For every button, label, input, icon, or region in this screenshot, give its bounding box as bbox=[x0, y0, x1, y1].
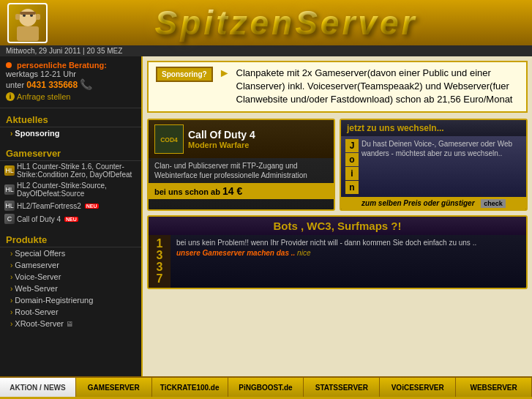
bots-num-3a: 3 bbox=[157, 250, 163, 261]
contact-title: persoenliche Beratung: bbox=[17, 61, 107, 70]
contact-hours: werktags 12-21 Uhr bbox=[6, 70, 135, 78]
sponsoring-badge[interactable]: Sponsoring? bbox=[156, 67, 213, 82]
switch-header: jetzt zu uns wechseln... bbox=[341, 120, 526, 136]
svg-rect-6 bbox=[36, 14, 40, 20]
hl1-icon: HL bbox=[4, 165, 15, 176]
switch-join-area: J o i n Du hast Deinen Voice-, Gameserve… bbox=[341, 136, 526, 197]
cod-subtitle: Modern Warfare bbox=[188, 141, 255, 149]
cod-logo: COD4 bbox=[154, 124, 184, 154]
svg-rect-5 bbox=[15, 14, 20, 20]
sidebar-item-special-offers[interactable]: › Special Offers bbox=[0, 247, 141, 259]
tab-gameserver[interactable]: GAMESERVER bbox=[76, 378, 152, 397]
bots-panel: Bots , WC3, Surfmaps ?! 1 3 3 7 bei uns … bbox=[147, 215, 528, 289]
bots-numbers: 1 3 3 7 bbox=[149, 235, 171, 288]
contact-section: persoenliche Beratung: werktags 12-21 Uh… bbox=[0, 56, 141, 108]
cod-title: Call Of Duty 4 bbox=[188, 129, 255, 141]
arrow-icon: › bbox=[10, 320, 12, 328]
gameserver-section: Gameserver HL HL1 Counter-Strike 1.6, Co… bbox=[0, 142, 141, 228]
switch-price-bar: zum selben Preis oder günstiger check bbox=[341, 197, 526, 209]
site-title: SpitzenServer bbox=[48, 3, 525, 42]
switch-title: jetzt zu uns wechseln... bbox=[347, 123, 520, 133]
join-j: J bbox=[345, 139, 359, 152]
produkte-section: Produkte › Special Offers › Gameserver ›… bbox=[0, 228, 141, 332]
promo-bar: Sponsoring? ► Clanpakete mit 2x Gameserv… bbox=[147, 61, 528, 113]
bots-num-3b: 3 bbox=[157, 261, 163, 273]
logo-avatar bbox=[7, 3, 48, 43]
svg-rect-4 bbox=[20, 12, 36, 15]
bots-header: Bots , WC3, Surfmaps ?! bbox=[149, 217, 526, 235]
cod-panel: COD4 Call Of Duty 4 Modern Warfare Clan-… bbox=[147, 119, 335, 211]
tab-aktion-news[interactable]: AKTiON / NEWS bbox=[0, 378, 76, 397]
info-icon: i bbox=[6, 92, 15, 101]
header: SpitzenServer bbox=[0, 0, 532, 45]
sidebar-item-sponsoring[interactable]: › Sponsoring bbox=[0, 127, 141, 139]
promo-text: Clanpakete mit 2x Gameserver(davon einer… bbox=[236, 67, 519, 107]
sidebar-item-voice-server[interactable]: › Voice-Server bbox=[0, 271, 141, 283]
bots-num-7: 7 bbox=[157, 273, 163, 285]
join-o: o bbox=[345, 153, 359, 166]
bots-title: Bots , WC3, Surfmaps ?! bbox=[156, 220, 519, 232]
sidebar-item-hl2[interactable]: HL HL2 Counter-Strike:Source, DayOfDefea… bbox=[0, 180, 141, 199]
tf2-icon: HL bbox=[4, 201, 15, 211]
arrow-icon: › bbox=[10, 273, 12, 281]
produkte-heading: Produkte bbox=[0, 231, 141, 247]
bots-body: 1 3 3 7 bei uns kein Problem!! wenn Ihr … bbox=[149, 235, 526, 288]
sidebar-item-tf2[interactable]: HL HL2/TeamFortress2 NEU bbox=[0, 199, 141, 212]
aktuelles-heading: Aktuelles bbox=[0, 111, 141, 127]
sidebar-item-xroot-server[interactable]: › XRoot-Server 🖥 bbox=[0, 318, 141, 329]
phone-icon: 📞 bbox=[80, 78, 92, 90]
bots-tagline: unsere Gameserver machen das .. bbox=[176, 249, 295, 257]
join-n: n bbox=[345, 181, 359, 194]
xroot-icon: 🖥 bbox=[66, 320, 73, 328]
join-i: i bbox=[345, 167, 359, 180]
status-dot bbox=[6, 62, 12, 68]
panels-row: COD4 Call Of Duty 4 Modern Warfare Clan-… bbox=[147, 119, 528, 211]
switch-desc: Du hast Deinen Voice-, Gameserver oder W… bbox=[361, 139, 522, 194]
tab-voiceserver[interactable]: VOiCESERVER bbox=[380, 378, 456, 397]
arrow-icon: › bbox=[10, 285, 12, 293]
tab-webserver[interactable]: WEBSERVER bbox=[456, 378, 532, 397]
bots-desc: bei uns kein Problem!! wenn Ihr Provider… bbox=[171, 235, 526, 288]
cod-panel-header: COD4 Call Of Duty 4 Modern Warfare bbox=[149, 120, 334, 158]
sidebar-item-gameserver[interactable]: › Gameserver bbox=[0, 259, 141, 271]
switch-panel: jetzt zu uns wechseln... J o i n Du hast… bbox=[340, 119, 528, 211]
contact-link[interactable]: i Anfrage stellen bbox=[6, 90, 135, 103]
aktuelles-section: Aktuelles › Sponsoring bbox=[0, 108, 141, 142]
promo-arrow-icon: ► bbox=[219, 67, 231, 80]
content-area: Sponsoring? ► Clanpakete mit 2x Gameserv… bbox=[143, 56, 532, 376]
bots-num-1: 1 bbox=[157, 238, 163, 250]
cod4-icon: C bbox=[4, 214, 15, 224]
svg-text:COD4: COD4 bbox=[160, 135, 178, 143]
tab-pingboost[interactable]: PiNGBOOST.de bbox=[228, 378, 304, 397]
date-bar: Mittwoch, 29 Juni 2011 | 20 35 MEZ bbox=[0, 45, 532, 56]
svg-point-0 bbox=[19, 9, 37, 26]
arrow-icon: › bbox=[10, 308, 12, 316]
bots-title-span: Bots , WC3, Surfmaps ?! bbox=[273, 220, 401, 232]
tab-tickrate[interactable]: TiCKRATE100.de bbox=[152, 378, 228, 397]
tab-statsserver[interactable]: STATSSERVER bbox=[304, 378, 380, 397]
site-title-text: SpitzenServer bbox=[155, 4, 418, 42]
arrow-icon: › bbox=[10, 297, 12, 305]
arrow-icon: › bbox=[10, 250, 12, 258]
hl2-icon: HL bbox=[4, 184, 15, 195]
cod-titles: Call Of Duty 4 Modern Warfare bbox=[188, 129, 255, 149]
new-badge-cod4: NEU bbox=[64, 217, 78, 222]
bottom-tabs: AKTiON / NEWS GAMESERVER TiCKRATE100.de … bbox=[0, 376, 532, 397]
date-text: Mittwoch, 29 Juni 2011 | 20 35 MEZ bbox=[6, 47, 122, 55]
sidebar-item-cod4[interactable]: C Call of Duty 4 NEU bbox=[0, 212, 141, 225]
sidebar-item-root-server[interactable]: › Root-Server bbox=[0, 306, 141, 318]
cod-desc: Clan- und Publicserver mit FTP-Zugang un… bbox=[149, 158, 334, 183]
cod-price-bar: bei uns schon ab 14 € bbox=[149, 183, 334, 199]
arrow-icon: › bbox=[10, 261, 12, 269]
contact-phone: 0431 335668 bbox=[26, 80, 78, 90]
sidebar-item-web-server[interactable]: › Web-Server bbox=[0, 283, 141, 294]
gameserver-heading: Gameserver bbox=[0, 145, 141, 161]
join-letters: J o i n bbox=[345, 139, 359, 194]
contact-under: unter 0431 335668 📞 bbox=[6, 78, 135, 90]
bots-nice: nice bbox=[297, 249, 310, 257]
sidebar-item-hl1[interactable]: HL HL1 Counter-Strike 1.6, Counter-Strik… bbox=[0, 161, 141, 180]
arrow-icon: › bbox=[10, 130, 12, 138]
new-badge-tf2: NEU bbox=[85, 204, 99, 209]
svg-rect-1 bbox=[17, 26, 39, 41]
sidebar-item-domain[interactable]: › Domain-Registrierung bbox=[0, 294, 141, 306]
